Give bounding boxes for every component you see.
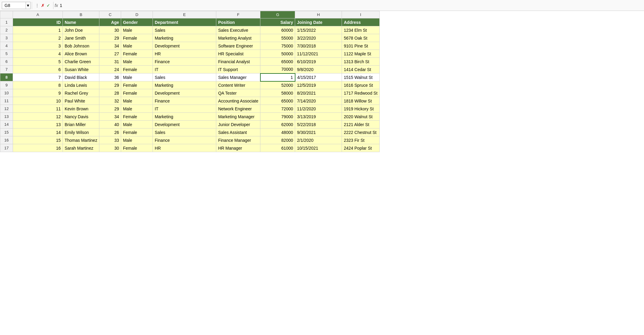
col-header-d[interactable]: D (121, 11, 153, 18)
cell-8-f[interactable]: Sales Manager (216, 73, 260, 81)
cell-15-d[interactable]: Female (121, 128, 153, 136)
cell-13-b[interactable]: Nancy Davis (63, 113, 99, 121)
cell-12-b[interactable]: Kevin Brown (63, 105, 99, 113)
cell-11-a[interactable]: 10 (13, 97, 63, 105)
cell-8-d[interactable]: Male (121, 73, 153, 81)
cell-3-e[interactable]: Marketing (153, 34, 216, 42)
cell-2-a[interactable]: 1 (13, 26, 63, 34)
cell-16-b[interactable]: Thomas Martinez (63, 136, 99, 144)
cell-17-i[interactable]: 2424 Poplar St (342, 144, 379, 152)
cell-2-c[interactable]: 30 (99, 26, 121, 34)
cell-5-i[interactable]: 1122 Maple St (342, 50, 379, 58)
cell-12-d[interactable]: Male (121, 105, 153, 113)
cell-1-a[interactable]: ID (13, 18, 63, 26)
cell-9-h[interactable]: 12/5/2019 (295, 81, 342, 89)
cell-5-a[interactable]: 4 (13, 50, 63, 58)
cell-17-h[interactable]: 10/15/2021 (295, 144, 342, 152)
cell-5-d[interactable]: Female (121, 50, 153, 58)
cell-4-e[interactable]: Development (153, 42, 216, 50)
cell-1-h[interactable]: Joining Date (295, 18, 342, 26)
cell-7-e[interactable]: IT (153, 66, 216, 73)
cell-8-a[interactable]: 7 (13, 73, 63, 81)
cell-13-i[interactable]: 2020 Walnut St (342, 113, 379, 121)
cell-14-a[interactable]: 13 (13, 121, 63, 128)
cell-11-g[interactable]: 65000 (260, 97, 295, 105)
cell-10-e[interactable]: Development (153, 89, 216, 97)
cell-4-a[interactable]: 3 (13, 42, 63, 50)
cell-8-c[interactable]: 36 (99, 73, 121, 81)
cell-16-d[interactable]: Male (121, 136, 153, 144)
cell-14-f[interactable]: Junior Developer (216, 121, 260, 128)
cell-11-b[interactable]: Paul White (63, 97, 99, 105)
cell-1-i[interactable]: Address (342, 18, 379, 26)
col-header-e[interactable]: E (153, 11, 216, 18)
cell-6-b[interactable]: Charlie Green (63, 58, 99, 66)
cell-3-f[interactable]: Marketing Analyst (216, 34, 260, 42)
cell-16-g[interactable]: 82000 (260, 136, 295, 144)
cell-17-a[interactable]: 16 (13, 144, 63, 152)
cell-3-a[interactable]: 2 (13, 34, 63, 42)
cell-13-c[interactable]: 34 (99, 113, 121, 121)
cell-1-c[interactable]: Age (99, 18, 121, 26)
cell-4-b[interactable]: Bob Johnson (63, 42, 99, 50)
cell-16-e[interactable]: Finance (153, 136, 216, 144)
col-header-c[interactable]: C (99, 11, 121, 18)
cell-4-c[interactable]: 34 (99, 42, 121, 50)
formula-bar-cancel-icon[interactable]: ✗ (41, 3, 45, 8)
cell-15-g[interactable]: 48000 (260, 128, 295, 136)
cell-7-b[interactable]: Susan White (63, 66, 99, 73)
cell-8-e[interactable]: Sales (153, 73, 216, 81)
cell-9-i[interactable]: 1616 Spruce St (342, 81, 379, 89)
cell-15-c[interactable]: 26 (99, 128, 121, 136)
cell-6-i[interactable]: 1313 Birch St (342, 58, 379, 66)
cell-10-g[interactable]: 58000 (260, 89, 295, 97)
cell-7-g[interactable]: 70000 (260, 66, 295, 73)
cell-8-h[interactable]: 4/15/2017 (295, 73, 342, 81)
cell-2-d[interactable]: Male (121, 26, 153, 34)
cell-7-i[interactable]: 1414 Cedar St (342, 66, 379, 73)
col-header-h[interactable]: H (295, 11, 342, 18)
cell-13-d[interactable]: Female (121, 113, 153, 121)
cell-16-a[interactable]: 15 (13, 136, 63, 144)
cell-14-h[interactable]: 5/22/2018 (295, 121, 342, 128)
cell-5-b[interactable]: Alice Brown (63, 50, 99, 58)
cell-10-h[interactable]: 8/20/2021 (295, 89, 342, 97)
cell-10-f[interactable]: QA Tester (216, 89, 260, 97)
cell-10-b[interactable]: Rachel Grey (63, 89, 99, 97)
cell-5-e[interactable]: HR (153, 50, 216, 58)
cell-10-c[interactable]: 28 (99, 89, 121, 97)
cell-3-h[interactable]: 3/22/2020 (295, 34, 342, 42)
cell-16-i[interactable]: 2323 Fir St (342, 136, 379, 144)
cell-10-i[interactable]: 1717 Redwood St (342, 89, 379, 97)
cell-15-e[interactable]: Sales (153, 128, 216, 136)
cell-16-f[interactable]: Finance Manager (216, 136, 260, 144)
cell-12-g[interactable]: 72000 (260, 105, 295, 113)
cell-4-h[interactable]: 7/30/2018 (295, 42, 342, 50)
cell-2-b[interactable]: John Doe (63, 26, 99, 34)
cell-14-g[interactable]: 62000 (260, 121, 295, 128)
cell-2-g[interactable]: 60000 (260, 26, 295, 34)
cell-3-b[interactable]: Jane Smith (63, 34, 99, 42)
formula-bar-menu-icon[interactable]: ⋮ (35, 3, 39, 8)
cell-15-i[interactable]: 2222 Chestnut St (342, 128, 379, 136)
cell-12-c[interactable]: 29 (99, 105, 121, 113)
cell-13-f[interactable]: Marketing Manager (216, 113, 260, 121)
cell-9-d[interactable]: Female (121, 81, 153, 89)
cell-16-c[interactable]: 33 (99, 136, 121, 144)
cell-6-a[interactable]: 5 (13, 58, 63, 66)
cell-11-f[interactable]: Accounting Associate (216, 97, 260, 105)
cell-1-f[interactable]: Position (216, 18, 260, 26)
cell-6-d[interactable]: Male (121, 58, 153, 66)
cell-17-b[interactable]: Sarah Martinez (63, 144, 99, 152)
cell-15-b[interactable]: Emily Wilson (63, 128, 99, 136)
cell-5-c[interactable]: 27 (99, 50, 121, 58)
cell-2-e[interactable]: Sales (153, 26, 216, 34)
cell-14-b[interactable]: Brian Miller (63, 121, 99, 128)
cell-17-f[interactable]: HR Manager (216, 144, 260, 152)
cell-ref-box[interactable]: G8 (2, 2, 26, 9)
cell-1-d[interactable]: Gender (121, 18, 153, 26)
cell-9-g[interactable]: 52000 (260, 81, 295, 89)
cell-12-e[interactable]: IT (153, 105, 216, 113)
cell-8-b[interactable]: David Black (63, 73, 99, 81)
cell-11-i[interactable]: 1818 Willow St (342, 97, 379, 105)
